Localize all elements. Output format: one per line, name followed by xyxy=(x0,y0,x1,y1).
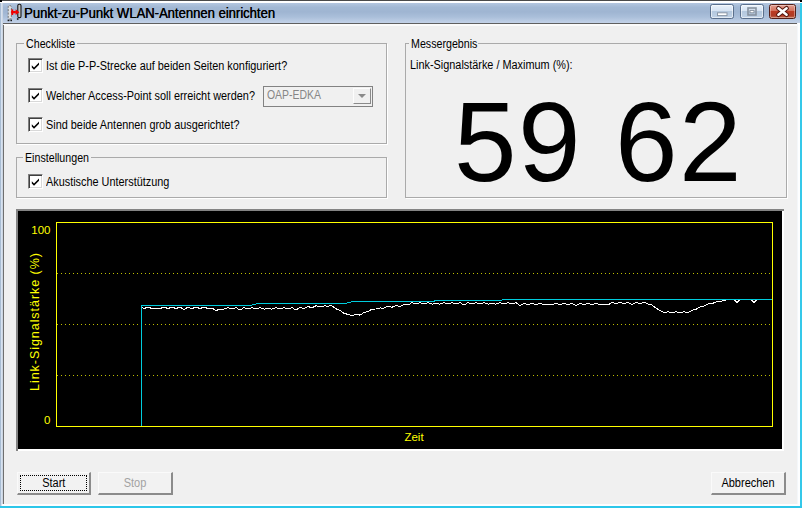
svg-text:Link-Signalstärke (%): Link-Signalstärke (%) xyxy=(28,253,42,391)
svg-text:0: 0 xyxy=(44,414,50,426)
svg-text:Zeit: Zeit xyxy=(404,431,424,443)
svg-text:100: 100 xyxy=(31,224,50,236)
